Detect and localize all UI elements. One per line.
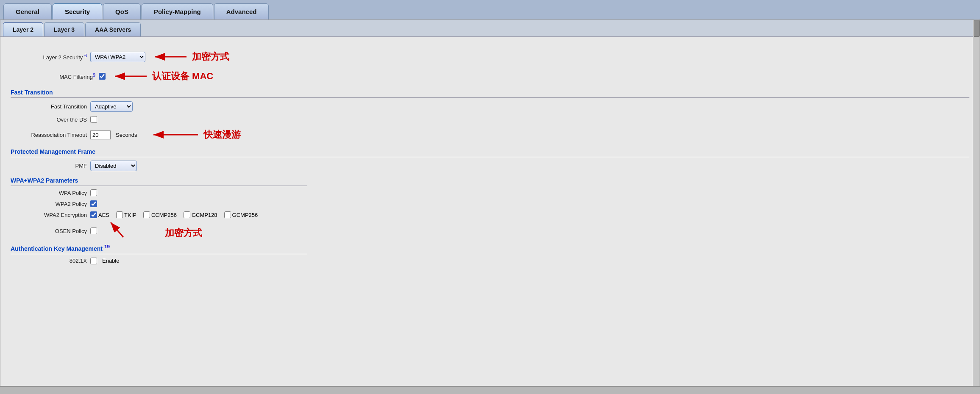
enc-tkip-checkbox[interactable] — [116, 211, 123, 218]
tab-policy-mapping[interactable]: Policy-Mapping — [142, 3, 213, 19]
dot1x-row: 802.1X Enable — [11, 258, 969, 264]
reassociation-timeout-unit: Seconds — [116, 132, 137, 138]
wpa2-encryption-row: WPA2 Encryption AES TKIP CCMP256 — [11, 211, 969, 218]
pmf-select[interactable]: Disabled Optional Required — [90, 161, 137, 171]
wpa-policy-checkbox[interactable] — [90, 189, 97, 196]
wpa2-policy-label: WPA2 Policy — [11, 201, 87, 207]
wpa-policy-label: WPA Policy — [11, 190, 87, 196]
auth-key-mgmt-divider — [11, 254, 307, 254]
enc-option-ccmp256: CCMP256 — [143, 211, 177, 218]
auth-key-mgmt-section-title: Authentication Key Management 19 — [11, 244, 969, 252]
enc-gcmp256-checkbox[interactable] — [224, 211, 231, 218]
tab-layer3[interactable]: Layer 3 — [44, 22, 84, 36]
arrow-mac-auth — [111, 69, 149, 84]
reassociation-timeout-input[interactable] — [90, 130, 111, 139]
pmf-divider — [11, 157, 969, 157]
wpa-params-section-title: WPA+WPA2 Parameters — [11, 177, 969, 184]
enc-aes-label: AES — [98, 212, 109, 218]
arrow-encryption-type — [150, 49, 189, 64]
enc-gcmp128-label: GCMP128 — [192, 212, 217, 218]
fast-transition-row: Fast Transition Adaptive Disabled Enable… — [11, 101, 969, 112]
osen-policy-label: OSEN Policy — [11, 228, 87, 234]
reassociation-timeout-label: Reassociation Timeout — [11, 132, 87, 138]
enc-option-tkip: TKIP — [116, 211, 136, 218]
tab-general[interactable]: General — [3, 3, 52, 19]
enc-tkip-label: TKIP — [124, 212, 136, 218]
auth-key-mgmt-sup[interactable]: 19 — [104, 244, 110, 249]
enc-gcmp128-checkbox[interactable] — [184, 211, 190, 218]
over-ds-row: Over the DS — [11, 116, 969, 123]
mac-filtering-row: MAC Filtering9 认证设备 MAC — [36, 69, 969, 84]
reassociation-timeout-row: Reassociation Timeout Seconds 快速漫游 — [11, 127, 969, 142]
enc-option-gcmp256: GCMP256 — [224, 211, 258, 218]
enc-ccmp256-label: CCMP256 — [151, 212, 177, 218]
osen-policy-row: OSEN Policy 加密方式 — [11, 222, 969, 239]
fast-transition-section-title: Fast Transition — [11, 89, 969, 96]
enc-ccmp256-checkbox[interactable] — [143, 211, 150, 218]
layer2-security-label: Layer 2 Security 6 — [11, 53, 87, 61]
dot1x-check-label: Enable — [102, 258, 119, 264]
wpa2-encryption-label: WPA2 Encryption — [11, 212, 87, 218]
mac-filtering-sup[interactable]: 9 — [93, 72, 95, 78]
fast-transition-divider — [11, 97, 969, 98]
annotation-encryption-type: 加密方式 — [192, 50, 229, 63]
form-content: Layer 2 Security 6 WPA+WPA2 None WPA2 WP… — [0, 37, 980, 386]
mac-filtering-label: MAC Filtering9 — [36, 72, 95, 80]
over-ds-checkbox[interactable] — [90, 116, 97, 123]
tab-advanced[interactable]: Advanced — [214, 3, 269, 19]
wpa-section-divider — [11, 186, 307, 186]
annotation-encryption-type2: 加密方式 — [165, 227, 202, 239]
scrollbar[interactable] — [973, 20, 980, 386]
tab-aaa-servers[interactable]: AAA Servers — [85, 22, 141, 36]
content-area: Layer 2 Layer 3 AAA Servers Layer 2 Secu… — [0, 19, 980, 386]
enc-option-gcmp128: GCMP128 — [184, 211, 217, 218]
dot1x-label: 802.1X — [11, 258, 87, 264]
annotation-mac-auth: 认证设备 MAC — [152, 70, 213, 83]
dot1x-checkbox[interactable] — [90, 258, 97, 264]
fast-transition-label: Fast Transition — [11, 103, 87, 110]
arrow-encryption-type2 — [102, 218, 136, 239]
svg-line-7 — [111, 222, 123, 237]
over-ds-label: Over the DS — [11, 117, 87, 123]
inner-tab-bar: Layer 2 Layer 3 AAA Servers — [0, 20, 980, 37]
tab-qos[interactable]: QoS — [103, 3, 141, 19]
osen-policy-checkbox[interactable] — [90, 228, 97, 234]
main-container: General Security QoS Policy-Mapping Adva… — [0, 0, 980, 394]
fast-transition-select[interactable]: Adaptive Disabled Enabled — [90, 101, 133, 112]
wpa-policy-row: WPA Policy — [11, 189, 969, 196]
mac-filtering-checkbox[interactable] — [99, 73, 106, 80]
tab-layer2[interactable]: Layer 2 — [3, 22, 43, 36]
layer2-security-row: Layer 2 Security 6 WPA+WPA2 None WPA2 WP… — [11, 49, 969, 64]
arrow-fast-roaming — [149, 127, 200, 142]
pmf-row: PMF Disabled Optional Required — [11, 161, 969, 171]
enc-aes-checkbox[interactable] — [90, 211, 97, 218]
enc-option-aes: AES — [90, 211, 109, 218]
wpa2-policy-checkbox[interactable] — [90, 200, 97, 207]
tab-security[interactable]: Security — [53, 3, 102, 19]
scrollbar-thumb[interactable] — [974, 20, 980, 37]
bottom-bar — [0, 386, 980, 394]
pmf-section-title: Protected Management Frame — [11, 148, 969, 155]
wpa2-policy-row: WPA2 Policy — [11, 200, 969, 207]
enc-gcmp256-label: GCMP256 — [232, 212, 258, 218]
layer2-security-select[interactable]: WPA+WPA2 None WPA2 WPA3 802.1X — [90, 52, 145, 62]
top-tab-bar: General Security QoS Policy-Mapping Adva… — [0, 0, 980, 19]
layer2-security-sup[interactable]: 6 — [84, 53, 87, 58]
encryption-options: AES TKIP CCMP256 GCMP128 — [90, 211, 258, 218]
annotation-fast-roaming: 快速漫游 — [203, 128, 241, 141]
pmf-label: PMF — [11, 163, 87, 169]
